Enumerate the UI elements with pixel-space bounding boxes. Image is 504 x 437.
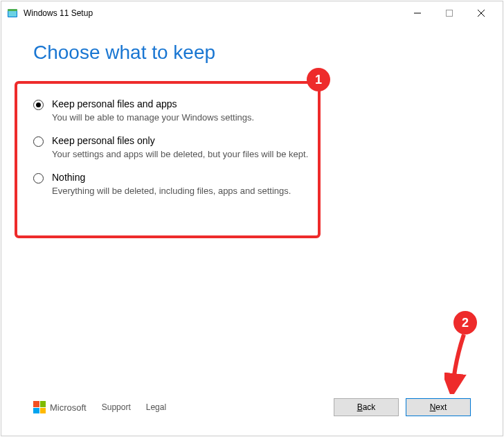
- option-desc: Everything will be deleted, including fi…: [52, 186, 291, 196]
- annotation-callout-2: 2: [453, 311, 477, 335]
- maximize-button[interactable]: [433, 1, 465, 25]
- back-button[interactable]: Back: [334, 398, 399, 416]
- option-keep-files-only[interactable]: Keep personal files only Your settings a…: [33, 135, 471, 159]
- support-link[interactable]: Support: [102, 402, 131, 412]
- radio-icon: [33, 173, 44, 184]
- next-button[interactable]: Next: [406, 398, 471, 416]
- footer: Microsoft Support Legal Back Next: [33, 398, 471, 416]
- options-group: Keep personal files and apps You will be…: [33, 98, 471, 196]
- microsoft-icon: [33, 401, 46, 413]
- footer-left: Microsoft Support Legal: [33, 401, 166, 413]
- svg-rect-4: [447, 10, 453, 17]
- microsoft-text: Microsoft: [50, 402, 87, 413]
- svg-rect-2: [8, 9, 17, 11]
- close-button[interactable]: [465, 1, 497, 25]
- option-title: Keep personal files only: [52, 135, 308, 146]
- minimize-button[interactable]: [402, 1, 433, 25]
- option-title: Keep personal files and apps: [52, 98, 254, 109]
- annotation-arrow: [444, 332, 479, 394]
- footer-buttons: Back Next: [334, 398, 471, 416]
- option-desc: You will be able to manage your Windows …: [52, 112, 254, 123]
- page-heading: Choose what to keep: [33, 42, 471, 64]
- setup-window: Windows 11 Setup Choose what to keep Kee…: [1, 1, 503, 436]
- radio-icon: [33, 100, 44, 110]
- microsoft-logo: Microsoft: [33, 401, 87, 413]
- window-title: Windows 11 Setup: [24, 8, 402, 18]
- option-desc: Your settings and apps will be deleted, …: [52, 149, 308, 159]
- option-title: Nothing: [52, 172, 291, 183]
- legal-link[interactable]: Legal: [146, 402, 166, 412]
- option-keep-files-apps[interactable]: Keep personal files and apps You will be…: [33, 98, 471, 123]
- radio-icon: [33, 136, 44, 147]
- svg-rect-1: [8, 11, 17, 17]
- app-icon: [7, 8, 18, 19]
- content-area: Choose what to keep Keep personal files …: [1, 25, 503, 196]
- window-controls: [402, 1, 497, 25]
- titlebar: Windows 11 Setup: [1, 1, 503, 25]
- option-nothing[interactable]: Nothing Everything will be deleted, incl…: [33, 172, 471, 196]
